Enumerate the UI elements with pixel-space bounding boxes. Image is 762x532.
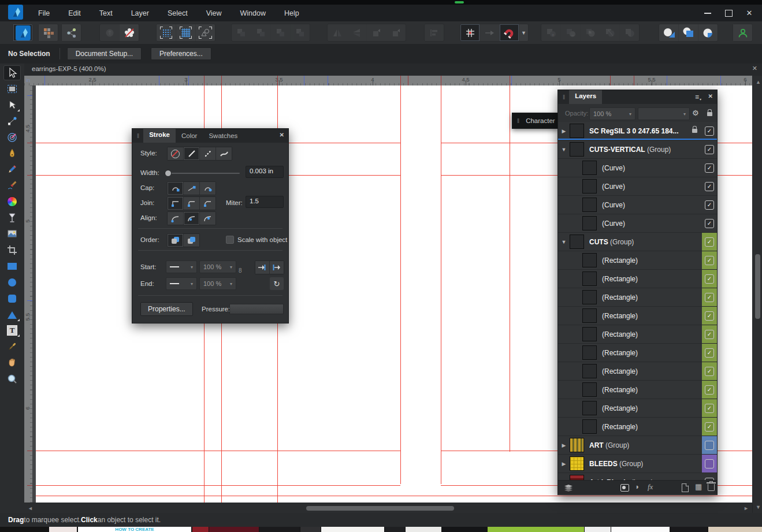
layer-row[interactable]: (Curve)✓ [558,177,717,196]
layers-stack-icon[interactable] [564,484,573,493]
crop-tool[interactable] [3,243,21,258]
document-tab[interactable]: earrings-EXP-5 (400.0%) [32,65,106,72]
layer-visibility-checkbox[interactable]: ✓ [705,219,714,228]
layer-visibility-checkbox[interactable]: ✓ [705,256,714,265]
layer-visibility-checkbox[interactable] [705,441,714,450]
horizontal-scrollbar[interactable]: ◄ ► [24,503,752,514]
text-tool[interactable]: T [3,323,21,338]
swap-ends-button[interactable]: ↻ [270,277,284,290]
order-front-button[interactable] [168,234,183,247]
arrow-into-bar-button[interactable] [255,261,269,274]
gear-icon[interactable]: ⚙ [692,109,699,117]
place-document-button[interactable] [100,24,119,41]
horizontal-scroll-thumb[interactable] [306,506,454,511]
layer-row[interactable]: (Curve)✓ [558,214,717,233]
toggle-assistant-button[interactable] [120,24,139,41]
layer-thumbnail[interactable] [570,235,584,249]
delete-layer-icon[interactable] [708,482,715,491]
snapping-options-button[interactable]: ▼ [519,24,528,41]
lock-icon[interactable] [707,112,712,116]
layer-row[interactable]: (Rectangle)✓ [558,325,717,344]
arrange-forward-button[interactable] [271,24,290,41]
pressure-graph[interactable] [229,304,284,314]
layer-row[interactable]: ▼CUTS (Group)✓ [558,233,717,251]
style-solid-button[interactable] [184,147,199,160]
scroll-down-icon[interactable]: ▼ [756,504,761,510]
layer-row[interactable]: (Curve)✓ [558,159,717,177]
menu-help[interactable]: Help [275,9,308,17]
join-round-button[interactable] [184,197,199,210]
cap-round-button[interactable] [184,182,199,195]
move-tool[interactable] [3,65,21,80]
layer-row[interactable]: ▶SC RegSIL 3 0 247.65 184...✓ [558,122,717,140]
menu-text[interactable]: Text [90,9,122,17]
arrange-back-button[interactable] [232,24,251,41]
layer-visibility-checkbox[interactable]: ✓ [705,274,714,284]
layer-visibility-checkbox[interactable]: ✓ [705,330,714,339]
order-behind-button[interactable] [184,234,199,247]
layer-visibility-checkbox[interactable]: ✓ [705,367,714,376]
expander-expanded-icon[interactable]: ▼ [558,239,570,245]
layer-thumbnail[interactable] [570,456,584,471]
expander-collapsed-icon[interactable]: ▶ [558,442,570,448]
join-miter-button[interactable] [168,197,183,210]
menu-edit[interactable]: Edit [59,9,90,17]
layer-thumbnail[interactable] [582,253,597,267]
layer-visibility-checkbox[interactable]: ✓ [705,127,714,136]
miter-field[interactable]: 1.5 [246,196,284,208]
width-slider[interactable] [166,173,240,174]
scroll-right-icon[interactable]: ► [744,505,749,511]
document-setup-button[interactable]: Document Setup... [67,47,142,60]
blend-mode-dropdown[interactable]: ▾ [638,107,690,120]
boolean-subtract-button[interactable]: − [561,24,580,41]
arrange-backward-button[interactable] [251,24,270,41]
tab-color[interactable]: Color [176,130,203,142]
arrow-plain-button[interactable] [270,261,284,274]
boolean-add-button[interactable]: + [541,24,560,41]
character-panel-tab[interactable]: ‖ Character [512,113,559,129]
layer-row[interactable]: ▶ART (Group) [558,436,717,455]
tab-stroke[interactable]: Stroke [143,129,176,143]
layer-thumbnail[interactable] [570,438,584,452]
menu-layer[interactable]: Layer [122,9,158,17]
layer-visibility-checkbox[interactable]: ✓ [705,237,714,247]
menu-file[interactable]: File [29,9,59,17]
menu-window[interactable]: Window [231,9,275,17]
layer-thumbnail[interactable] [582,327,597,341]
show-grid-button[interactable] [460,24,479,41]
fill-tool[interactable] [3,194,21,209]
layer-thumbnail[interactable] [582,216,597,230]
zoom-tool[interactable] [3,371,21,386]
layer-thumbnail[interactable] [582,179,597,194]
boolean-divide-button[interactable] [600,24,619,41]
my-account-button[interactable] [733,24,752,41]
corner-tool[interactable] [3,130,21,145]
join-bevel-button[interactable] [200,197,215,210]
width-field[interactable]: 0.003 in [246,166,284,178]
pixel-persona-button[interactable] [39,24,58,41]
view-tool[interactable] [3,355,21,370]
mask-layer-icon[interactable] [620,484,629,492]
layer-thumbnail[interactable] [570,142,584,157]
menu-view[interactable]: View [197,9,231,17]
link-icon[interactable]: 8 [239,267,242,274]
expander-collapsed-icon[interactable]: ▶ [558,461,570,467]
panel-close-icon[interactable]: ✕ [708,93,713,99]
boolean-combine-button[interactable] [620,24,639,41]
panel-drag-handle-icon[interactable]: ‖ [137,133,140,139]
place-image-tool[interactable] [3,226,21,241]
layer-visibility-checkbox[interactable]: ✓ [705,145,714,154]
layer-thumbnail[interactable] [582,308,597,323]
rotate-cw-button[interactable] [386,24,406,41]
select-visible-pixels-button[interactable] [157,24,176,41]
panel-drag-handle-icon[interactable]: ‖ [563,94,566,101]
layer-row[interactable]: (Rectangle)✓ [558,362,717,381]
minimize-button[interactable] [700,6,716,20]
move-by-whole-pixels-button[interactable] [480,24,499,41]
node-tool[interactable] [3,98,21,113]
panel-menu-icon[interactable]: ≡ [695,93,701,101]
vertical-scroll-thumb[interactable] [755,254,760,319]
layer-thumbnail[interactable] [582,290,597,304]
properties-button[interactable]: Properties... [140,302,193,316]
align-outside-button[interactable] [200,212,215,225]
